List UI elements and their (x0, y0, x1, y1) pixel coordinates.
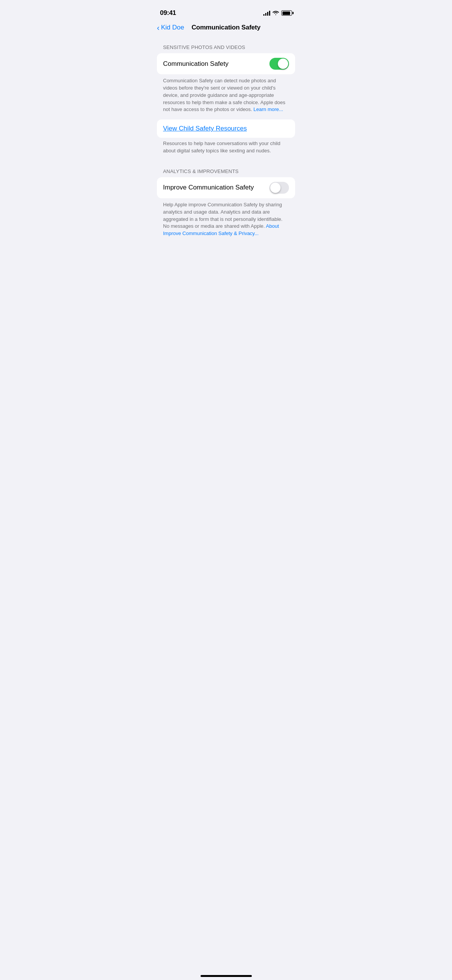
communication-safety-card: Communication Safety (157, 53, 295, 74)
status-time: 09:41 (160, 9, 176, 17)
toggle-track-off (269, 182, 289, 194)
main-content: SENSITIVE PHOTOS AND VIDEOS Communicatio… (151, 44, 301, 243)
view-resources-button[interactable]: View Child Safety Resources (157, 119, 295, 138)
toggle-thumb (278, 59, 288, 69)
improve-communication-safety-card: Improve Communication Safety (157, 177, 295, 198)
toggle-thumb-off (270, 183, 281, 193)
wifi-icon (273, 10, 279, 16)
status-icons (263, 10, 292, 16)
signal-icon (263, 11, 270, 16)
communication-safety-description: Communication Safety can detect nude pho… (157, 74, 295, 119)
view-resources-card: View Child Safety Resources (157, 119, 295, 138)
back-chevron-icon: ‹ (157, 24, 160, 31)
status-bar: 09:41 (151, 0, 301, 21)
improve-communication-safety-row: Improve Communication Safety (157, 177, 295, 198)
toggle-track-on (269, 58, 289, 70)
battery-icon (281, 10, 292, 16)
communication-safety-row: Communication Safety (157, 53, 295, 74)
improve-communication-safety-toggle[interactable] (269, 182, 289, 194)
learn-more-link[interactable]: Learn more... (253, 106, 283, 112)
communication-safety-label: Communication Safety (163, 60, 228, 68)
resources-description: Resources to help have conversations wit… (157, 138, 295, 160)
section-label-analytics: ANALYTICS & IMPROVEMENTS (157, 168, 295, 174)
nav-bar: ‹ Kid Doe Communication Safety (151, 21, 301, 36)
section-label-sensitive: SENSITIVE PHOTOS AND VIDEOS (157, 44, 295, 50)
back-button[interactable]: ‹ Kid Doe (157, 24, 184, 31)
back-label: Kid Doe (161, 24, 184, 31)
improve-communication-safety-label: Improve Communication Safety (163, 184, 254, 191)
analytics-description: Help Apple improve Communication Safety … (157, 198, 295, 243)
communication-safety-toggle[interactable] (269, 58, 289, 70)
page-title: Communication Safety (191, 24, 260, 31)
